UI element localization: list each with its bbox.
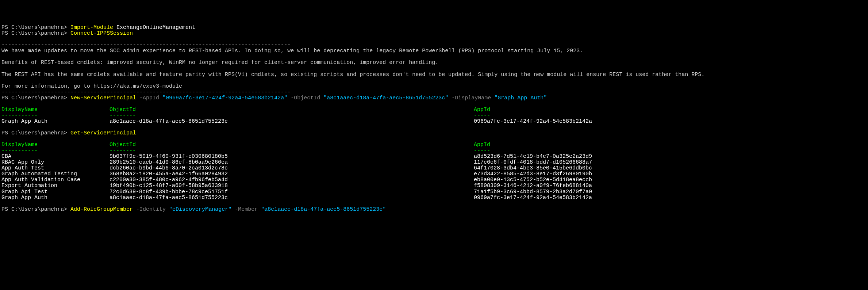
value-displayname: "Graph App Auth": [494, 95, 547, 101]
cell-displayname: Graph Api Test: [1, 189, 110, 195]
param-identity: -Identity: [136, 206, 166, 213]
dash-displayname: -----------: [1, 148, 110, 154]
cell-objectid: 72c0d639-8c8f-439b-bbbe-78c9ce51751f: [110, 189, 474, 195]
cell-appid: 71a1f5b9-3c69-4bbd-8579-2b3a2d70f7a0: [474, 189, 592, 195]
cell-objectid: 9b037f9c-5019-4f60-931f-e030680180b5: [110, 154, 474, 160]
cell-objectid: dcb260ac-b9bd-44b6-8a70-2ca013d2c78c: [110, 165, 474, 171]
terminal-output[interactable]: PS C:\Users\pamehra> Import-Module Excha…: [1, 25, 867, 213]
cell-appid: e73d3422-8585-42d3-8e17-d3f26980190b: [474, 171, 592, 177]
cell-objectid: a8c1aaec-d18a-47fa-aec5-8651d755223c: [110, 195, 474, 201]
table-dash-row: ------------------------: [1, 148, 867, 154]
cell-appid: 117c6c6f-0fdf-4018-bdd7-d105266688a7: [474, 160, 592, 165]
cell-objectid: 19bf490b-c125-48f7-a60f-58b95a633918: [110, 183, 474, 189]
cell-appid: 0969a7fc-3e17-424f-92a4-54e583b2142a: [474, 119, 592, 125]
header-displayname: DisplayName: [1, 107, 110, 113]
table-header-row: DisplayNameObjectIdAppId: [1, 142, 867, 148]
header-appid: AppId: [474, 142, 490, 148]
dash-objectid: --------: [110, 148, 474, 154]
param-appid: -AppId: [139, 95, 159, 101]
separator: ----------------------------------------…: [1, 89, 291, 95]
header-appid: AppId: [474, 107, 490, 113]
banner-line: We have made updates to move the SCC adm…: [1, 48, 583, 54]
cell-displayname: Export Automation: [1, 183, 110, 189]
cell-displayname: RBAC App Only: [1, 160, 110, 165]
value-objectid: "a8c1aaec-d18a-47fa-aec5-8651d755223c": [323, 95, 448, 101]
cell-displayname: Graph App Auth: [1, 195, 110, 201]
table-header-row: DisplayNameObjectIdAppId: [1, 107, 867, 113]
table-row: Graph App Autha8c1aaec-d18a-47fa-aec5-86…: [1, 195, 867, 201]
table-row: Graph Api Test72c0d639-8c8f-439b-bbbe-78…: [1, 189, 867, 195]
cell-appid: eb8a00e0-13c5-4752-b52e-5d418ea8eccb: [474, 177, 592, 183]
cell-appid: 0969a7fc-3e17-424f-92a4-54e583b2142a: [474, 195, 592, 201]
cell-appid: a8d523d6-7d51-4c19-b4c7-0a325e2a23d9: [474, 154, 592, 160]
value-identity: "eDiscoveryManager": [169, 206, 231, 213]
cell-objectid: a8c1aaec-d18a-47fa-aec5-8651d755223c: [110, 119, 474, 125]
cell-displayname: CBA: [1, 154, 110, 160]
cmdlet-add-rolegroupmember: Add-RoleGroupMember: [70, 206, 133, 213]
dash-appid: -----: [474, 113, 490, 119]
header-displayname: DisplayName: [1, 142, 110, 148]
dash-displayname: -----------: [1, 113, 110, 119]
prompt: PS C:\Users\pamehra>: [1, 30, 70, 37]
banner-line: Benefits of REST-based cmdlets: improved…: [1, 60, 438, 66]
cmdlet-get-serviceprincipal: Get-ServicePrincipal: [70, 130, 136, 136]
dash-objectid: --------: [110, 113, 474, 119]
table-dash-row: ------------------------: [1, 113, 867, 119]
cell-displayname: Graph Automated Testing: [1, 171, 110, 177]
table-row: CBA9b037f9c-5019-4f60-931f-e030680180b5a…: [1, 154, 867, 160]
table-row: App Auth Validation Casec2200a30-385f-48…: [1, 177, 867, 183]
cell-objectid: c2200a30-385f-480c-a962-4fb96feb5a4d: [110, 177, 474, 183]
prompt: PS C:\Users\pamehra>: [1, 130, 70, 136]
banner-line: For more information, go to https://aka.…: [1, 83, 182, 89]
banner-line: The REST API has the same cmdlets availa…: [1, 72, 704, 78]
cell-appid: f5808309-3146-4212-a0f9-76feb688140a: [474, 183, 592, 189]
param-displayname: -DisplayName: [452, 95, 491, 101]
table-row: App Auth Testdcb260ac-b9bd-44b6-8a70-2ca…: [1, 165, 867, 171]
cell-displayname: App Auth Validation Case: [1, 177, 110, 183]
value-member: "a8c1aaec-d18a-47fa-aec5-8651d755223c": [261, 206, 386, 213]
cell-displayname: App Auth Test: [1, 165, 110, 171]
prompt: PS C:\Users\pamehra>: [1, 206, 70, 213]
table-row: Export Automation19bf490b-c125-48f7-a60f…: [1, 183, 867, 189]
cell-objectid: 368eb8a2-1820-455a-ae42-1f66a0284932: [110, 171, 474, 177]
param-member: -Member: [235, 206, 258, 213]
cmdlet-import-module: Import-Module: [70, 24, 113, 31]
table-row: Graph Automated Testing368eb8a2-1820-455…: [1, 171, 867, 177]
param-objectid: -ObjectId: [291, 95, 320, 101]
arg-module-name: ExchangeOnlineManagement: [116, 24, 195, 31]
cmdlet-connect-ipps: Connect-IPPSSession: [70, 30, 133, 37]
table-row: RBAC App Only289b2510-caeb-41d0-86ef-8b0…: [1, 160, 867, 165]
header-objectid: ObjectId: [110, 107, 474, 113]
separator: ----------------------------------------…: [1, 42, 291, 48]
cell-displayname: Graph App Auth: [1, 119, 110, 125]
cell-objectid: 289b2510-caeb-41d0-86ef-8b0aa9e266ea: [110, 160, 474, 165]
cmdlet-new-serviceprincipal: New-ServicePrincipal: [70, 95, 136, 101]
prompt: PS C:\Users\pamehra>: [1, 95, 70, 101]
header-objectid: ObjectId: [110, 142, 474, 148]
cell-appid: 64f17028-3db4-4be3-85e0-415be6ddb0bc: [474, 165, 592, 171]
table-row: Graph App Autha8c1aaec-d18a-47fa-aec5-86…: [1, 119, 867, 125]
value-appid: "0969a7fc-3e17-424f-92a4-54e583b2142a": [162, 95, 287, 101]
prompt: PS C:\Users\pamehra>: [1, 24, 70, 31]
dash-appid: -----: [474, 148, 490, 154]
